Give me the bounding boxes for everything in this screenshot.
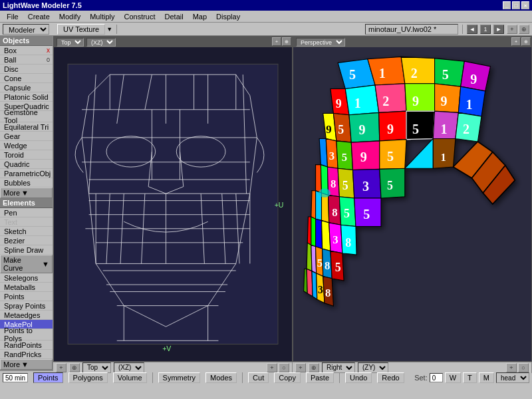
uv-viewport-type[interactable]: Top <box>57 38 84 47</box>
right-vp-zoom1[interactable]: + <box>506 363 517 372</box>
sidebar-skelegons[interactable]: Skelegons <box>0 273 53 283</box>
persp-viewport-canvas: 5 1 2 5 9 <box>293 47 531 361</box>
uv-vp-icon2[interactable]: ⊕ <box>282 37 291 46</box>
sidebar-points-to-polys[interactable]: Points to Polys <box>0 329 53 340</box>
undo-button[interactable]: Undo <box>345 372 372 383</box>
w-button[interactable]: W <box>445 372 461 383</box>
menu-file[interactable]: File <box>3 12 23 21</box>
left-vp-dropdown1[interactable]: Top <box>82 362 111 373</box>
redo-button[interactable]: Redo <box>377 372 404 383</box>
left-vp-zoom1[interactable]: + <box>267 363 277 372</box>
sidebar-spray-points[interactable]: Spray Points <box>0 301 53 311</box>
toolbar-nav-1[interactable]: 1 <box>480 25 491 34</box>
menu-modify[interactable]: Modify <box>55 12 84 21</box>
uv-viewport[interactable]: Top (XZ) + ⊕ <box>53 36 293 362</box>
svg-text:5: 5 <box>349 67 356 82</box>
sidebar-wedge[interactable]: Wedge <box>0 141 53 150</box>
sidebar-cone[interactable]: Cone <box>0 74 53 83</box>
svg-marker-102 <box>322 193 329 223</box>
set-item: Set: 0 <box>414 373 443 382</box>
polygons-button[interactable]: Polygons <box>68 372 108 383</box>
sidebar-elements-more[interactable]: More ▼ <box>0 359 53 370</box>
sidebar-parametricobj[interactable]: ParametricObj <box>0 169 53 178</box>
persp-viewport-icons: + ⊕ <box>511 37 531 47</box>
close-button[interactable]: × <box>521 1 529 9</box>
modes-button[interactable]: Modes <box>205 372 237 383</box>
uv-texture-label[interactable]: UV Texture <box>57 24 105 35</box>
modeler-dropdown[interactable]: Modeler <box>3 24 49 35</box>
svg-text:2: 2 <box>411 66 418 80</box>
left-vp-dropdown2[interactable]: (XZ) <box>114 362 144 373</box>
sidebar-pen[interactable]: Pen <box>0 208 53 217</box>
volume-button[interactable]: Volume <box>113 372 147 383</box>
toolbar-nav-next[interactable]: ► <box>493 25 504 34</box>
sidebar-quadric[interactable]: Quadric <box>0 160 53 169</box>
sidebar-disc[interactable]: Disc <box>0 65 53 74</box>
svg-text:1: 1 <box>354 96 361 110</box>
sidebar-metaballs[interactable]: Metaballs <box>0 283 53 292</box>
perspective-viewport[interactable]: Perspective + ⊕ <box>293 36 532 362</box>
sidebar-text[interactable]: Text <box>0 217 53 227</box>
menu-multiply[interactable]: Multiply <box>86 12 118 21</box>
m-button[interactable]: M <box>479 372 494 383</box>
sidebar-make-curve[interactable]: Make Curve ▼ <box>0 255 53 273</box>
toolbar-nav-prev[interactable]: ◄ <box>467 25 477 34</box>
svg-text:3: 3 <box>332 233 338 246</box>
sidebar-capsule[interactable]: Capsule <box>0 83 53 92</box>
sidebar-box[interactable]: Box <box>0 46 53 55</box>
right-vp-dropdown1[interactable]: Right <box>322 362 355 373</box>
minimize-button[interactable]: _ <box>503 1 511 9</box>
maximize-button[interactable]: □ <box>512 1 520 9</box>
menu-detail[interactable]: Detail <box>161 12 188 21</box>
uv-wireframe-svg: +U +V <box>54 47 292 361</box>
sidebar-gear[interactable]: Gear <box>0 132 53 141</box>
toolbar-icon1[interactable]: + <box>507 25 517 34</box>
sidebar-bezier[interactable]: Bezier <box>0 236 53 245</box>
right-vp-zoom2[interactable]: ○ <box>518 363 529 372</box>
sidebar-metaedges[interactable]: Metaedges <box>0 311 53 320</box>
copy-button[interactable]: Copy <box>274 372 301 383</box>
right-vp-icons: + ○ <box>506 363 529 372</box>
persp-vp-icon1[interactable]: + <box>511 37 521 46</box>
right-vp-dropdown2[interactable]: (ZY) <box>358 362 388 373</box>
cut-button[interactable]: Cut <box>248 372 269 383</box>
menu-map[interactable]: Map <box>189 12 211 21</box>
menu-display[interactable]: Display <box>212 12 244 21</box>
sidebar-spline-draw[interactable]: Spline Draw <box>0 245 53 255</box>
sidebar-platonic-solid[interactable]: Platonic Solid <box>0 92 53 102</box>
points-button[interactable]: Points <box>33 372 63 383</box>
persp-vp-icon2[interactable]: ⊕ <box>521 37 531 46</box>
right-vp-nav2[interactable]: ⊕ <box>309 363 319 372</box>
symmetry-button[interactable]: Symmetry <box>158 372 201 383</box>
svg-text:5: 5 <box>442 67 449 82</box>
menu-construct[interactable]: Construct <box>120 12 159 21</box>
sidebar-gemstone-tool[interactable]: Gemstone Tool <box>0 111 53 122</box>
uv-viewport-axis[interactable]: (XZ) <box>86 38 116 47</box>
svg-text:+U: +U <box>275 201 284 209</box>
paste-button[interactable]: Paste <box>306 372 334 383</box>
sidebar-equilateral-tri[interactable]: Equilateral Tri <box>0 122 53 132</box>
svg-text:9: 9 <box>441 94 448 108</box>
svg-text:5: 5 <box>342 151 347 164</box>
uv-vp-icon1[interactable]: + <box>272 37 281 46</box>
svg-text:5: 5 <box>387 179 393 192</box>
sidebar-randpricks[interactable]: RandPricks <box>0 350 53 359</box>
sidebar-randpoints[interactable]: RandPoints <box>0 340 53 350</box>
toolbar-icon2[interactable]: ⊕ <box>519 25 529 34</box>
left-vp-nav1[interactable]: + <box>56 363 66 372</box>
t-button[interactable]: T <box>463 372 477 383</box>
svg-marker-46 <box>401 57 434 83</box>
sidebar-points[interactable]: Points <box>0 292 53 301</box>
sidebar-sketch[interactable]: Sketch <box>0 227 53 236</box>
sidebar-ball[interactable]: Ball <box>0 55 53 65</box>
sidebar-bubbles[interactable]: Bubbles <box>0 178 53 188</box>
right-vp-nav1[interactable]: + <box>295 363 306 372</box>
left-vp-nav2[interactable]: ⊕ <box>69 363 80 372</box>
persp-viewport-type[interactable]: Perspective <box>296 38 345 47</box>
left-vp-zoom2[interactable]: ○ <box>279 363 289 372</box>
sidebar-objects-more[interactable]: More ▼ <box>0 188 53 198</box>
menu-create[interactable]: Create <box>24 12 54 21</box>
head-dropdown[interactable]: head <box>496 372 529 383</box>
svg-text:5: 5 <box>412 122 419 136</box>
sidebar-toroid[interactable]: Toroid <box>0 150 53 160</box>
